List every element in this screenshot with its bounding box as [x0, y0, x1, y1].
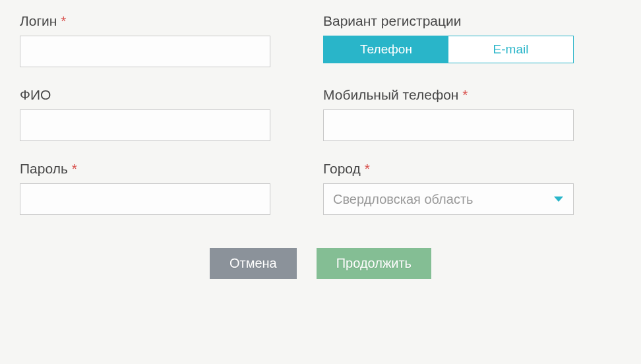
- reg-variant-toggle: Телефон E-mail: [323, 36, 574, 63]
- fio-input[interactable]: [20, 109, 270, 141]
- cancel-button[interactable]: Отмена: [210, 248, 297, 279]
- city-label-text: Город: [323, 161, 361, 176]
- action-buttons: Отмена Продолжить: [20, 248, 621, 279]
- city-label: Город *: [323, 161, 574, 177]
- required-marker: *: [61, 13, 66, 28]
- submit-button[interactable]: Продолжить: [317, 248, 431, 279]
- password-label: Пароль *: [20, 161, 270, 177]
- required-marker: *: [462, 87, 468, 102]
- login-input[interactable]: [20, 36, 270, 67]
- mobile-label-text: Мобильный телефон: [323, 87, 458, 102]
- password-label-text: Пароль: [20, 161, 68, 176]
- reg-variant-label: Вариант регистрации: [323, 13, 574, 29]
- login-label-text: Логин: [20, 13, 57, 28]
- fio-label: ФИО: [20, 87, 270, 103]
- city-select[interactable]: Свердловская область: [323, 183, 574, 215]
- toggle-email[interactable]: E-mail: [448, 36, 573, 63]
- mobile-input[interactable]: [323, 109, 574, 141]
- mobile-label: Мобильный телефон *: [323, 87, 574, 103]
- reg-variant-label-text: Вариант регистрации: [323, 13, 462, 28]
- required-marker: *: [365, 161, 370, 176]
- required-marker: *: [72, 161, 77, 176]
- toggle-phone[interactable]: Телефон: [324, 36, 448, 63]
- fio-label-text: ФИО: [20, 87, 51, 102]
- city-select-wrap: Свердловская область: [323, 183, 574, 215]
- password-input[interactable]: [20, 183, 270, 215]
- login-label: Логин *: [20, 13, 270, 29]
